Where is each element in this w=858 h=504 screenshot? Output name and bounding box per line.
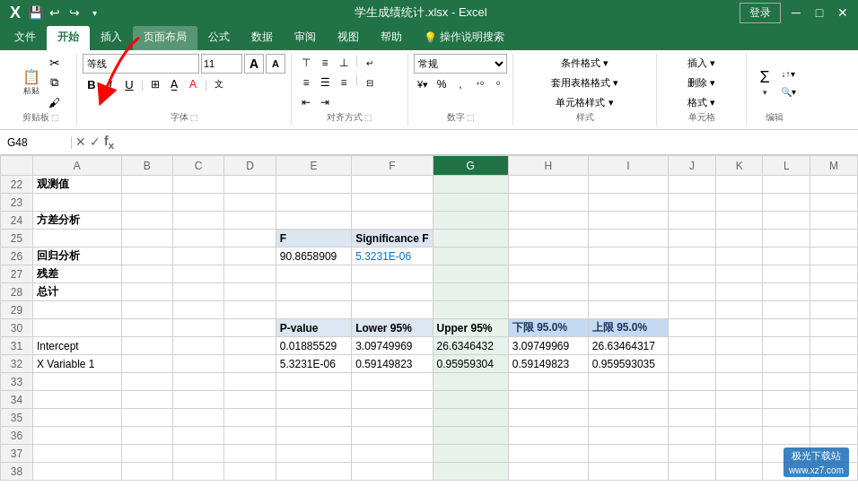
redo-icon[interactable]: ↪ bbox=[66, 4, 83, 21]
formula-input[interactable] bbox=[118, 136, 858, 149]
col-header-f[interactable]: F bbox=[352, 156, 433, 176]
cell[interactable] bbox=[276, 463, 351, 481]
cell[interactable] bbox=[172, 301, 223, 319]
cell[interactable] bbox=[276, 265, 351, 283]
undo-icon[interactable]: ↩ bbox=[47, 4, 63, 21]
tab-home[interactable]: 开始 bbox=[47, 26, 90, 50]
fill-color-button[interactable]: A̲ bbox=[165, 75, 183, 93]
cell[interactable] bbox=[224, 463, 276, 481]
close-icon[interactable]: ✕ bbox=[835, 4, 851, 21]
cell[interactable] bbox=[276, 391, 351, 409]
tab-data[interactable]: 数据 bbox=[241, 26, 284, 50]
cell[interactable] bbox=[121, 265, 172, 283]
sort-filter-button[interactable]: ↓↑▾ bbox=[779, 65, 797, 83]
cell[interactable] bbox=[121, 212, 172, 230]
cell[interactable] bbox=[276, 409, 351, 427]
cell[interactable]: 0.959593035 bbox=[588, 355, 668, 373]
cell[interactable] bbox=[508, 194, 588, 212]
cell[interactable]: 5.3231E-06 bbox=[276, 355, 351, 373]
cell[interactable] bbox=[508, 212, 588, 230]
cell[interactable] bbox=[33, 373, 122, 391]
cell[interactable]: 0.59149823 bbox=[352, 355, 433, 373]
cell[interactable] bbox=[588, 230, 668, 248]
row-header-25[interactable]: 25 bbox=[1, 230, 33, 248]
cell[interactable] bbox=[433, 283, 508, 301]
font-name-input[interactable] bbox=[83, 54, 199, 74]
cell[interactable] bbox=[172, 463, 223, 481]
cell[interactable] bbox=[508, 265, 588, 283]
cell[interactable] bbox=[276, 427, 351, 445]
cell[interactable]: 26.63464317 bbox=[588, 337, 668, 355]
cut-button[interactable]: ✂ bbox=[46, 54, 64, 72]
row-header-38[interactable]: 38 bbox=[1, 463, 33, 481]
cell[interactable] bbox=[669, 337, 716, 355]
customize-icon[interactable]: ▾ bbox=[86, 4, 102, 21]
cell[interactable] bbox=[588, 283, 668, 301]
cell[interactable] bbox=[121, 463, 172, 481]
cell[interactable] bbox=[669, 194, 716, 212]
cell[interactable] bbox=[433, 248, 508, 265]
paste-button[interactable]: 📋 粘贴 bbox=[19, 66, 44, 99]
col-header-a[interactable]: A bbox=[33, 156, 122, 176]
cell[interactable]: 26.6346432 bbox=[433, 337, 508, 355]
cell[interactable] bbox=[669, 212, 716, 230]
cell[interactable] bbox=[224, 445, 276, 463]
cell[interactable] bbox=[810, 248, 858, 265]
cell[interactable] bbox=[508, 409, 588, 427]
cell[interactable] bbox=[224, 248, 276, 265]
cell[interactable]: 观测值 bbox=[33, 176, 122, 194]
cell[interactable] bbox=[763, 391, 810, 409]
cell[interactable]: F bbox=[276, 230, 351, 248]
cell[interactable] bbox=[588, 248, 668, 265]
cell[interactable] bbox=[121, 194, 172, 212]
cell[interactable]: 5.3231E-06 bbox=[352, 248, 433, 265]
cell[interactable]: 回归分析 bbox=[33, 248, 122, 265]
cell[interactable] bbox=[669, 409, 716, 427]
cell[interactable] bbox=[508, 176, 588, 194]
cell[interactable] bbox=[224, 265, 276, 283]
cell[interactable] bbox=[508, 283, 588, 301]
row-header-27[interactable]: 27 bbox=[1, 265, 33, 283]
cell[interactable] bbox=[224, 212, 276, 230]
cell[interactable] bbox=[172, 265, 223, 283]
cell[interactable]: Upper 95% bbox=[433, 319, 508, 337]
cell[interactable]: Intercept bbox=[33, 337, 122, 355]
cell[interactable] bbox=[276, 176, 351, 194]
tab-help[interactable]: 帮助 bbox=[370, 26, 413, 50]
cell[interactable]: 0.59149823 bbox=[508, 355, 588, 373]
col-header-g[interactable]: G bbox=[433, 156, 508, 176]
border-button[interactable]: ⊞ bbox=[146, 75, 164, 93]
alignment-expand-icon[interactable]: ⬚ bbox=[364, 113, 372, 122]
cell[interactable] bbox=[172, 409, 223, 427]
confirm-icon[interactable]: ✓ bbox=[90, 135, 101, 149]
cell[interactable] bbox=[588, 409, 668, 427]
align-right-button[interactable]: ≡ bbox=[335, 74, 353, 91]
cell[interactable] bbox=[352, 391, 433, 409]
cell[interactable] bbox=[352, 427, 433, 445]
number-format-select[interactable]: 常规 bbox=[414, 54, 507, 74]
cell[interactable] bbox=[763, 248, 810, 265]
cell[interactable] bbox=[715, 463, 763, 481]
cell[interactable] bbox=[433, 194, 508, 212]
merge-button[interactable]: ⊟ bbox=[361, 74, 379, 91]
percent-button[interactable]: % bbox=[433, 75, 451, 93]
cell[interactable] bbox=[172, 355, 223, 373]
cell[interactable] bbox=[352, 409, 433, 427]
col-header-k[interactable]: K bbox=[715, 156, 763, 176]
cell[interactable] bbox=[352, 301, 433, 319]
decimal-increase-button[interactable]: ⁺⁰ bbox=[470, 75, 488, 93]
col-header-c[interactable]: C bbox=[172, 156, 223, 176]
cell[interactable] bbox=[588, 427, 668, 445]
col-header-i[interactable]: I bbox=[588, 156, 668, 176]
row-header-22[interactable]: 22 bbox=[1, 176, 33, 194]
cell[interactable] bbox=[224, 427, 276, 445]
cell[interactable] bbox=[669, 265, 716, 283]
cell[interactable] bbox=[715, 427, 763, 445]
cell[interactable] bbox=[810, 373, 858, 391]
cell[interactable] bbox=[352, 176, 433, 194]
col-header-m[interactable]: M bbox=[810, 156, 858, 176]
col-header-b[interactable]: B bbox=[121, 156, 172, 176]
cell[interactable] bbox=[433, 230, 508, 248]
restore-icon[interactable]: □ bbox=[811, 4, 827, 21]
cell[interactable] bbox=[433, 445, 508, 463]
